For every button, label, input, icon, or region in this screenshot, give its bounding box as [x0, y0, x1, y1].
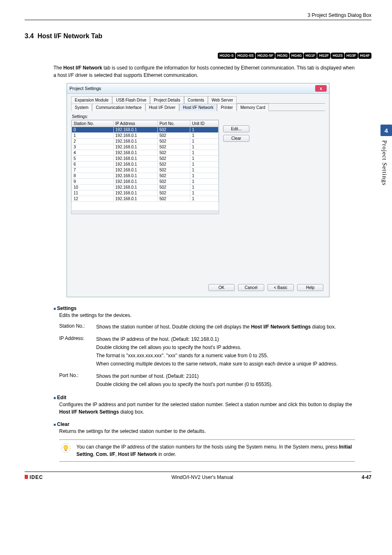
- tab-host-i-f-network[interactable]: Host I/F Network: [179, 104, 217, 111]
- clear-button[interactable]: Clear: [223, 135, 249, 142]
- model-badge: HG3G: [275, 53, 289, 59]
- chapter-label: Project Settings: [381, 140, 388, 186]
- column-header[interactable]: IP Address: [113, 120, 157, 127]
- model-badge: HG2G-S: [218, 53, 235, 59]
- model-badge: HG2F: [317, 53, 330, 59]
- def-station-term: Station No.:: [59, 323, 96, 331]
- table-row[interactable]: 9192.168.0.15021: [72, 179, 219, 185]
- settings-grid[interactable]: Station No.IP AddressPort No.Unit ID0192…: [71, 120, 219, 214]
- side-tab: 4 Project Settings: [377, 125, 392, 207]
- definitions: Station No.: Shows the station number of…: [59, 323, 355, 389]
- tab-web-server[interactable]: Web Server: [208, 96, 237, 104]
- column-header[interactable]: Unit ID: [190, 120, 219, 127]
- page-header: 3 Project Settings Dialog Box: [25, 12, 371, 20]
- table-row[interactable]: 11192.168.0.15021: [72, 190, 219, 196]
- edit-button[interactable]: Edit...: [223, 125, 249, 132]
- settings-desc: Edits the settings for the devices.: [59, 312, 355, 319]
- clear-desc: Returns the settings for the selected st…: [59, 428, 355, 435]
- tab-memory-card[interactable]: Memory Card: [237, 104, 269, 111]
- tip-text: You can change the IP address of the sta…: [76, 443, 353, 458]
- manual-title: WindO/I-NV2 User's Manual: [171, 474, 233, 480]
- chapter-number: 4: [380, 125, 392, 136]
- tab-row-lower: SystemCommunication InterfaceHost I/F Dr…: [71, 104, 325, 111]
- table-row[interactable]: 3192.168.0.15021: [72, 144, 219, 150]
- tab-usb-flash-drive[interactable]: USB Flash Drive: [112, 96, 150, 104]
- model-badge: HG2G-5F: [256, 53, 275, 59]
- table-row[interactable]: 7192.168.0.15021: [72, 167, 219, 173]
- def-ip-term: IP Address:: [59, 335, 96, 368]
- brand-logo: IDEC: [25, 474, 43, 480]
- page-number: 4-47: [362, 474, 371, 480]
- def-ip-body: Shows the IP address of the host. (Defau…: [96, 335, 355, 368]
- tab-expansion-module[interactable]: Expansion Module: [71, 96, 112, 104]
- edit-heading: Edit: [53, 395, 355, 400]
- ok-button[interactable]: OK: [208, 284, 235, 291]
- model-badge: HG2G-5S: [236, 53, 256, 59]
- table-row[interactable]: 10192.168.0.15021: [72, 185, 219, 190]
- column-header[interactable]: Station No.: [72, 120, 114, 127]
- section-number: 3.4: [25, 32, 34, 39]
- lightbulb-icon: [61, 443, 71, 453]
- table-row[interactable]: 4192.168.0.15021: [72, 150, 219, 156]
- close-icon[interactable]: x: [315, 85, 327, 92]
- basic-button[interactable]: < Basic: [267, 284, 294, 291]
- tip-box: You can change the IP address of the sta…: [59, 439, 355, 462]
- horizontal-scrollbar[interactable]: [71, 210, 219, 214]
- svg-rect-1: [65, 450, 67, 451]
- table-row[interactable]: 8192.168.0.15021: [72, 173, 219, 179]
- model-badges: HG2G-SHG2G-5SHG2G-5FHG3GHG4GHG1FHG2FHG2S…: [25, 52, 371, 59]
- page-footer: IDEC WindO/I-NV2 User's Manual 4-47: [25, 472, 371, 480]
- tab-contents[interactable]: Contents: [184, 96, 208, 104]
- table-row[interactable]: 0192.168.0.15021: [72, 127, 219, 133]
- section-heading: Host I/F Network Tab: [37, 32, 102, 39]
- cancel-button[interactable]: Cancel: [238, 284, 264, 291]
- def-port-term: Port No.:: [59, 372, 96, 389]
- settings-label: Settings:: [72, 114, 325, 119]
- dialog-footer: OK Cancel < Basic Help: [71, 280, 325, 293]
- intro-text: The Host I/F Network tab is used to conf…: [53, 65, 355, 79]
- tab-row-upper: Expansion ModuleUSB Flash DriveProject D…: [71, 96, 325, 104]
- dialog-titlebar: Project Settings x: [67, 83, 329, 94]
- def-port-body: Shows the port number of host. (Default:…: [96, 372, 355, 389]
- table-row[interactable]: 2192.168.0.15021: [72, 139, 219, 144]
- table-row[interactable]: 5192.168.0.15021: [72, 156, 219, 162]
- model-badge: HG2S: [331, 53, 344, 59]
- model-badge: HG1F: [304, 53, 317, 59]
- tab-communication-interface[interactable]: Communication Interface: [92, 104, 145, 111]
- column-header[interactable]: Port No.: [157, 120, 190, 127]
- tab-project-details[interactable]: Project Details: [150, 96, 184, 104]
- tab-system[interactable]: System: [71, 104, 92, 111]
- project-settings-dialog: Project Settings x Expansion ModuleUSB F…: [67, 83, 330, 297]
- edit-desc: Configures the IP address and port numbe…: [59, 401, 355, 416]
- tab-host-i-f-driver[interactable]: Host I/F Driver: [145, 104, 179, 111]
- tab-printer[interactable]: Printer: [217, 104, 236, 111]
- clear-heading: Clear: [53, 421, 355, 427]
- dialog-title: Project Settings: [69, 86, 101, 91]
- settings-heading: Settings: [53, 305, 355, 311]
- table-row[interactable]: 6192.168.0.15021: [72, 162, 219, 167]
- model-badge: HG4G: [290, 53, 304, 59]
- table-row[interactable]: 1192.168.0.15021: [72, 133, 219, 139]
- section-title: 3.4 Host I/F Network Tab: [25, 32, 371, 40]
- model-badge: HG3F: [345, 53, 358, 59]
- table-row[interactable]: 12192.168.0.15021: [72, 196, 219, 202]
- help-button[interactable]: Help: [297, 284, 323, 291]
- model-badge: HG4F: [358, 53, 371, 59]
- def-station-body: Shows the station number of host. Double…: [96, 323, 355, 331]
